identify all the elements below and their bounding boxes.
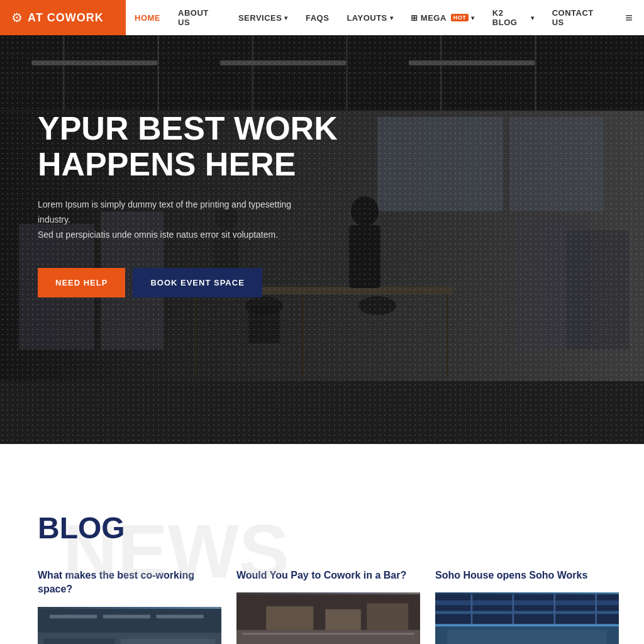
svg-rect-54 [512, 595, 514, 625]
svg-rect-58 [435, 625, 619, 627]
svg-rect-45 [325, 609, 361, 630]
nav-links: HOME ABOUT US SERVICES ▾ FAQS LAYOUTS ▾ … [126, 0, 614, 35]
blog-card-title-1: What makes the best co-working space? [38, 569, 221, 597]
need-help-button[interactable]: NEED HELP [38, 268, 125, 297]
blog-card-2: Would You Pay to Cowork in a Bar? [236, 569, 420, 644]
hero-title: YPUR BEST WORK HAPPENS HERE [38, 111, 390, 182]
svg-rect-56 [595, 595, 597, 625]
svg-rect-49 [435, 595, 619, 625]
nav-item-about[interactable]: ABOUT US [169, 0, 230, 35]
nav-item-services[interactable]: SERVICES ▾ [230, 0, 297, 35]
nav-link-home[interactable]: HOME [126, 0, 169, 35]
svg-rect-43 [236, 630, 420, 644]
nav-link-about[interactable]: ABOUT US [169, 0, 230, 35]
svg-rect-51 [435, 601, 619, 606]
brand-name: AT COWORK [28, 11, 104, 25]
nav-item-layouts[interactable]: LAYOUTS ▾ [338, 0, 402, 35]
hero-subtitle: Lorem Ipsum is simply dummy text of the … [38, 197, 302, 242]
chevron-down-icon: ▾ [531, 14, 535, 21]
blog-card-3: Soho House opens Soho Works [435, 569, 619, 644]
blog-header: NEWS BLOG [38, 513, 619, 543]
svg-rect-44 [266, 606, 313, 630]
svg-rect-55 [553, 595, 555, 625]
chevron-down-icon: ▾ [390, 14, 394, 21]
book-event-button[interactable]: BOOK EVENT SPACE [133, 268, 262, 297]
svg-rect-37 [156, 614, 203, 618]
svg-rect-57 [447, 630, 607, 644]
grid-icon: ⊞ [411, 13, 418, 23]
hot-badge: HOT [451, 14, 469, 21]
chevron-down-icon: ▾ [284, 14, 288, 21]
svg-rect-46 [367, 604, 408, 630]
blog-card-title-2: Would You Pay to Cowork in a Bar? [236, 569, 420, 582]
svg-rect-35 [50, 614, 97, 618]
hero-content: YPUR BEST WORK HAPPENS HERE Lorem Ipsum … [0, 35, 644, 297]
blog-card-title-3: Soho House opens Soho Works [435, 569, 619, 582]
blog-cards: What makes the best co-working space? Wo… [38, 569, 619, 644]
hero-section: YPUR BEST WORK HAPPENS HERE Lorem Ipsum … [0, 35, 644, 444]
chevron-down-icon: ▾ [471, 14, 475, 21]
svg-rect-36 [103, 614, 150, 618]
svg-rect-47 [242, 633, 414, 635]
nav-link-mega[interactable]: ⊞ MEGA HOT ▾ [402, 0, 484, 35]
blog-card-1: What makes the best co-working space? [38, 569, 221, 644]
nav-link-layouts[interactable]: LAYOUTS ▾ [338, 0, 402, 35]
blog-card-image-1[interactable] [38, 607, 221, 644]
svg-rect-39 [121, 638, 216, 644]
nav-link-services[interactable]: SERVICES ▾ [230, 0, 297, 35]
nav-link-faqs[interactable]: FAQS [297, 0, 338, 35]
blog-title: BLOG [38, 513, 619, 543]
navbar: ⚙ AT COWORK HOME ABOUT US SERVICES ▾ FAQ… [0, 0, 644, 35]
svg-rect-38 [43, 638, 114, 644]
blog-card-image-2[interactable] [236, 592, 420, 644]
svg-rect-52 [435, 611, 619, 614]
nav-item-contact[interactable]: CONTACT US [543, 0, 614, 35]
blog-section: NEWS BLOG What makes the best co-working… [0, 444, 644, 644]
nav-item-home[interactable]: HOME [126, 0, 169, 35]
nav-item-mega[interactable]: ⊞ MEGA HOT ▾ [402, 0, 484, 35]
nav-link-contact[interactable]: CONTACT US [543, 0, 614, 35]
brand-icon: ⚙ [11, 10, 23, 25]
brand-logo[interactable]: ⚙ AT COWORK [0, 0, 126, 35]
svg-rect-34 [38, 609, 221, 633]
blog-card-image-3[interactable] [435, 592, 619, 644]
hamburger-button[interactable]: ≡ [614, 11, 644, 25]
hero-buttons: NEED HELP BOOK EVENT SPACE [38, 268, 606, 297]
svg-rect-53 [471, 595, 473, 625]
nav-link-k2blog[interactable]: K2 BLOG ▾ [484, 0, 543, 35]
nav-item-faqs[interactable]: FAQS [297, 0, 338, 35]
nav-item-k2blog[interactable]: K2 BLOG ▾ [484, 0, 543, 35]
